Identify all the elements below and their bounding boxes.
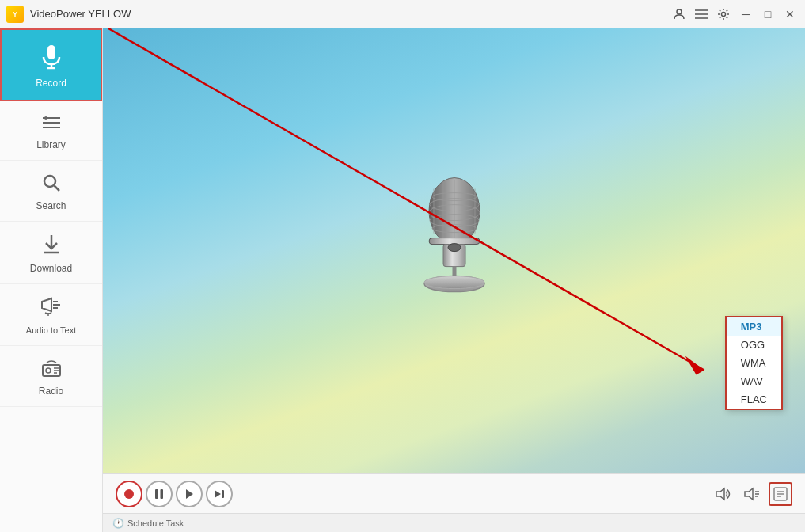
format-item-ogg[interactable]: OGG (727, 336, 781, 354)
minimize-button[interactable]: ─ (737, 6, 754, 23)
titlebar: Y VideoPower YELLOW ─ □ ✕ (0, 0, 805, 28)
svg-point-12 (44, 176, 55, 187)
record-button[interactable] (116, 481, 142, 507)
bottom-controls-bar (103, 473, 805, 513)
play-button[interactable] (176, 481, 203, 507)
audio-to-text-icon (40, 297, 63, 322)
svg-rect-50 (222, 490, 224, 498)
background-area: MP3 OGG WMA WAV FLAC (103, 28, 805, 473)
svg-point-4 (722, 12, 726, 16)
svg-marker-48 (186, 489, 193, 499)
status-text: Schedule Task (127, 519, 184, 528)
format-dropdown: MP3 OGG WMA WAV FLAC (725, 316, 783, 410)
library-icon (41, 114, 62, 136)
right-controls (712, 482, 792, 506)
svg-marker-16 (42, 298, 51, 311)
svg-rect-5 (47, 45, 55, 59)
svg-marker-49 (215, 490, 221, 498)
svg-rect-47 (161, 489, 164, 499)
download-icon (42, 234, 61, 260)
maximize-button[interactable]: □ (759, 6, 777, 23)
svg-point-0 (677, 10, 682, 14)
settings-icon[interactable] (715, 6, 732, 23)
sidebar-item-record[interactable]: Record (0, 28, 102, 101)
format-item-flac[interactable]: FLAC (727, 390, 781, 408)
download-label: Download (30, 263, 72, 274)
microphone-illustration (407, 173, 502, 303)
app-title: VideoPower YELLOW (30, 8, 670, 20)
next-button[interactable] (206, 481, 233, 507)
svg-marker-44 (685, 355, 704, 374)
svg-point-42 (424, 276, 484, 289)
sidebar-item-audio-to-text[interactable]: Audio to Text (0, 284, 102, 346)
pause-button[interactable] (146, 481, 173, 507)
record-label: Record (36, 78, 66, 89)
library-label: Library (36, 139, 66, 150)
sidebar-item-library[interactable]: Library (0, 101, 102, 161)
svg-point-22 (46, 368, 51, 373)
search-label: Search (36, 200, 66, 211)
svg-rect-46 (155, 489, 158, 499)
svg-line-13 (54, 186, 59, 192)
sidebar: Record Library Search (0, 28, 103, 532)
content-area: MP3 OGG WMA WAV FLAC (103, 28, 805, 532)
close-button[interactable]: ✕ (781, 6, 799, 23)
svg-marker-51 (716, 488, 724, 500)
format-item-mp3[interactable]: MP3 (727, 317, 781, 336)
svg-marker-52 (745, 488, 753, 500)
window-controls: ─ □ ✕ (670, 6, 799, 23)
sidebar-item-radio[interactable]: Radio (0, 346, 102, 407)
volume-icon[interactable] (712, 482, 735, 506)
status-bar: 🕐 Schedule Task (103, 513, 805, 532)
svg-point-45 (124, 489, 134, 499)
format-selector-button[interactable] (769, 482, 792, 506)
radio-label: Radio (39, 386, 63, 397)
svg-point-11 (44, 116, 47, 120)
schedule-icon: 🕐 (112, 518, 124, 529)
account-icon[interactable] (670, 6, 688, 23)
format-item-wav[interactable]: WAV (727, 372, 781, 390)
audio-to-text-label: Audio to Text (26, 325, 76, 336)
search-icon (42, 173, 61, 197)
main-layout: Record Library Search (0, 28, 805, 532)
record-icon (40, 44, 63, 74)
menu-icon[interactable] (693, 6, 710, 23)
format-item-wma[interactable]: WMA (727, 354, 781, 372)
record-input-icon[interactable] (740, 482, 764, 506)
svg-point-39 (448, 244, 461, 252)
app-logo: Y (6, 6, 24, 23)
sidebar-item-download[interactable]: Download (0, 222, 102, 284)
sidebar-item-search[interactable]: Search (0, 161, 102, 222)
radio-icon (40, 359, 63, 382)
